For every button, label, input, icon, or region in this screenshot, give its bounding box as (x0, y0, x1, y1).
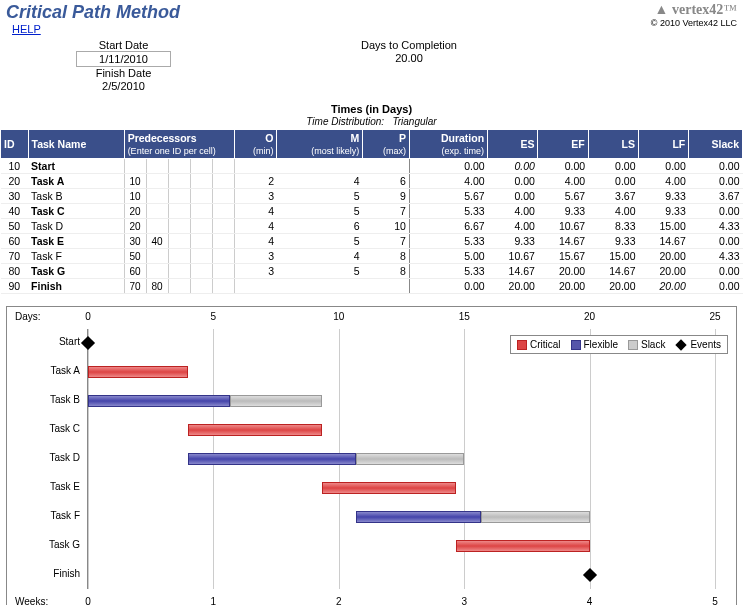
flexible-bar (356, 511, 481, 523)
predecessor-cell[interactable] (190, 174, 212, 189)
predecessor-cell[interactable] (168, 249, 190, 264)
flexible-bar (88, 395, 230, 407)
predecessor-cell[interactable]: 30 (124, 234, 146, 249)
table-row: 30Task B103595.670.005.673.679.333.67 (1, 189, 743, 204)
gantt-chart: Critical Flexible Slack Events Days: Wee… (6, 306, 737, 605)
col-es: ES (488, 130, 538, 159)
chart-row-label: Task F (14, 510, 80, 521)
predecessor-cell[interactable] (190, 249, 212, 264)
chart-row-label: Task E (14, 481, 80, 492)
predecessor-cell[interactable] (212, 279, 234, 294)
critical-bar (188, 424, 322, 436)
col-p: P(max) (363, 130, 410, 159)
predecessor-cell[interactable] (146, 204, 168, 219)
predecessor-cell[interactable] (212, 159, 234, 174)
predecessor-cell[interactable]: 80 (146, 279, 168, 294)
predecessor-cell[interactable] (168, 159, 190, 174)
copyright: © 2010 Vertex42 LLC (651, 18, 737, 28)
start-date-label: Start Date (76, 39, 171, 51)
predecessor-cell[interactable] (146, 219, 168, 234)
page-title: Critical Path Method (6, 2, 180, 23)
times-distribution: Time Distribution: Triangular (306, 116, 436, 127)
finish-date-label: Finish Date (76, 67, 171, 79)
predecessor-cell[interactable]: 60 (124, 264, 146, 279)
chart-row-label: Task G (14, 539, 80, 550)
slack-bar (481, 511, 590, 523)
predecessor-cell[interactable] (190, 219, 212, 234)
predecessor-cell[interactable] (146, 264, 168, 279)
col-o: O(min) (234, 130, 277, 159)
table-row: 60Task E30404575.339.3314.679.3314.670.0… (1, 234, 743, 249)
predecessor-cell[interactable] (146, 159, 168, 174)
legend-swatch-events (676, 339, 687, 350)
col-lf: LF (638, 130, 688, 159)
col-ls: LS (588, 130, 638, 159)
predecessor-cell[interactable]: 20 (124, 219, 146, 234)
weeks-axis-label: Weeks: (15, 596, 48, 605)
predecessor-cell[interactable] (168, 234, 190, 249)
legend-swatch-critical (517, 340, 527, 350)
predecessor-cell[interactable] (168, 204, 190, 219)
predecessor-cell[interactable] (124, 159, 146, 174)
predecessor-cell[interactable]: 10 (124, 174, 146, 189)
legend-swatch-slack (628, 340, 638, 350)
event-marker (81, 336, 95, 350)
predecessor-cell[interactable] (168, 279, 190, 294)
predecessor-cell[interactable] (190, 279, 212, 294)
predecessor-cell[interactable] (212, 234, 234, 249)
predecessor-cell[interactable] (146, 249, 168, 264)
slack-bar (356, 453, 465, 465)
logo: ▲ vertex42™ (651, 2, 737, 18)
predecessor-cell[interactable] (212, 204, 234, 219)
predecessor-cell[interactable] (168, 219, 190, 234)
col-m: M(most likely) (277, 130, 363, 159)
predecessor-cell[interactable] (190, 204, 212, 219)
help-link[interactable]: HELP (6, 23, 41, 35)
predecessor-cell[interactable]: 50 (124, 249, 146, 264)
table-row: 90Finish70800.0020.0020.0020.0020.000.00 (1, 279, 743, 294)
predecessor-cell[interactable] (212, 219, 234, 234)
chart-legend: Critical Flexible Slack Events (510, 335, 728, 354)
critical-bar (456, 540, 590, 552)
flexible-bar (188, 453, 355, 465)
predecessor-cell[interactable] (146, 174, 168, 189)
predecessor-cell[interactable]: 20 (124, 204, 146, 219)
predecessor-cell[interactable] (212, 264, 234, 279)
predecessor-cell[interactable] (146, 189, 168, 204)
predecessor-cell[interactable] (212, 189, 234, 204)
col-slack: Slack (689, 130, 743, 159)
chart-row-label: Task D (14, 452, 80, 463)
col-duration: Duration(exp. time) (409, 130, 487, 159)
table-row: 70Task F503485.0010.6715.6715.0020.004.3… (1, 249, 743, 264)
predecessor-cell[interactable] (190, 159, 212, 174)
predecessor-cell[interactable] (190, 189, 212, 204)
times-header: Times (in Days) (331, 103, 412, 115)
predecessor-cell[interactable]: 70 (124, 279, 146, 294)
chart-row-label: Task C (14, 423, 80, 434)
finish-date-value: 2/5/2010 (76, 79, 171, 93)
predecessor-cell[interactable] (168, 174, 190, 189)
predecessor-cell[interactable] (168, 264, 190, 279)
chart-row-label: Task B (14, 394, 80, 405)
critical-bar (322, 482, 456, 494)
chart-row-label: Task A (14, 365, 80, 376)
col-ef: EF (538, 130, 588, 159)
predecessor-cell[interactable] (212, 174, 234, 189)
predecessor-cell[interactable]: 10 (124, 189, 146, 204)
table-row: 40Task C204575.334.009.334.009.330.00 (1, 204, 743, 219)
chart-row-label: Start (14, 336, 80, 347)
critical-bar (88, 366, 188, 378)
table-row: 80Task G603585.3314.6720.0014.6720.000.0… (1, 264, 743, 279)
days-axis-label: Days: (15, 311, 41, 322)
start-date-value[interactable]: 1/11/2010 (76, 51, 171, 67)
predecessor-cell[interactable] (190, 234, 212, 249)
predecessor-cell[interactable] (190, 264, 212, 279)
table-row: 50Task D2046106.674.0010.678.3315.004.33 (1, 219, 743, 234)
table-row: 20Task A102464.000.004.000.004.000.00 (1, 174, 743, 189)
table-row: 10Start0.000.000.000.000.000.00 (1, 159, 743, 174)
predecessor-cell[interactable]: 40 (146, 234, 168, 249)
chart-row-label: Finish (14, 568, 80, 579)
days-completion-label: Days to Completion (361, 39, 457, 51)
predecessor-cell[interactable] (212, 249, 234, 264)
predecessor-cell[interactable] (168, 189, 190, 204)
